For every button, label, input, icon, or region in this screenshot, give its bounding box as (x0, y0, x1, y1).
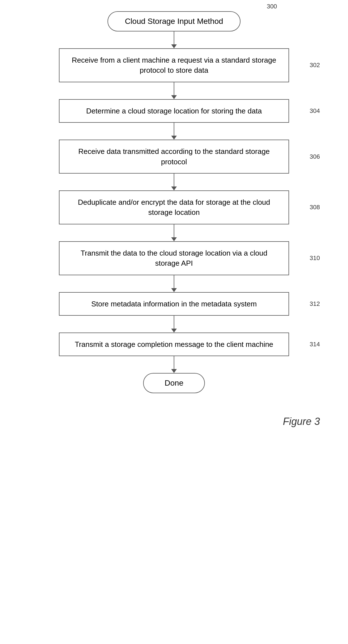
arrow-line-4 (174, 174, 174, 186)
arrow-8 (171, 356, 177, 373)
arrow-7 (171, 316, 177, 333)
arrow-line-8 (174, 356, 174, 369)
arrow-head-6 (171, 288, 177, 292)
arrow-line-2 (174, 82, 174, 95)
arrow-line-3 (174, 123, 174, 136)
arrow-line-6 (174, 275, 174, 288)
step-312-text: Store metadata information in the metada… (91, 300, 257, 308)
step-310-text: Transmit the data to the cloud storage l… (81, 249, 267, 267)
ref-306: 306 (310, 153, 320, 160)
step-314: Transmit a storage completion message to… (59, 333, 289, 356)
arrow-head-7 (171, 329, 177, 333)
start-label: Cloud Storage Input Method (125, 17, 223, 26)
step-308: Deduplicate and/or encrypt the data for … (59, 190, 289, 224)
step-306: Receive data transmitted according to th… (59, 140, 289, 174)
arrow-head-5 (171, 237, 177, 241)
ref-308: 308 (310, 204, 320, 211)
arrow-2 (171, 82, 177, 99)
ref-314: 314 (310, 341, 320, 348)
arrow-head-2 (171, 95, 177, 99)
ref-302: 302 (310, 62, 320, 69)
ref-312: 312 (310, 300, 320, 308)
step-314-text: Transmit a storage completion message to… (75, 340, 273, 349)
start-node: Cloud Storage Input Method (107, 11, 241, 31)
ref-310: 310 (310, 254, 320, 262)
ref-300: 300 (267, 3, 277, 10)
arrow-head-8 (171, 369, 177, 373)
end-node: Done (143, 373, 205, 393)
flowchart-container: 300 Cloud Storage Input Method 302 Recei… (0, 0, 348, 427)
arrow-line-5 (174, 224, 174, 237)
arrow-5 (171, 224, 177, 241)
step-302: Receive from a client machine a request … (59, 48, 289, 82)
arrow-3 (171, 123, 177, 140)
arrow-1 (171, 31, 177, 48)
step-306-text: Receive data transmitted according to th… (78, 147, 270, 166)
done-label: Done (165, 379, 184, 387)
step-310: Transmit the data to the cloud storage l… (59, 241, 289, 275)
step-304: Determine a cloud storage location for s… (59, 99, 289, 123)
arrow-6 (171, 275, 177, 292)
step-302-text: Receive from a client machine a request … (72, 56, 276, 74)
step-308-text: Deduplicate and/or encrypt the data for … (78, 198, 270, 217)
step-304-text: Determine a cloud storage location for s… (86, 107, 262, 115)
arrow-head-4 (171, 186, 177, 190)
figure-label: Figure 3 (283, 416, 320, 427)
step-312: Store metadata information in the metada… (59, 292, 289, 316)
ref-304: 304 (310, 107, 320, 115)
arrow-head-3 (171, 136, 177, 140)
arrow-line-7 (174, 316, 174, 329)
arrow-4 (171, 174, 177, 190)
arrow-head-1 (171, 44, 177, 48)
arrow-line-1 (174, 31, 174, 44)
